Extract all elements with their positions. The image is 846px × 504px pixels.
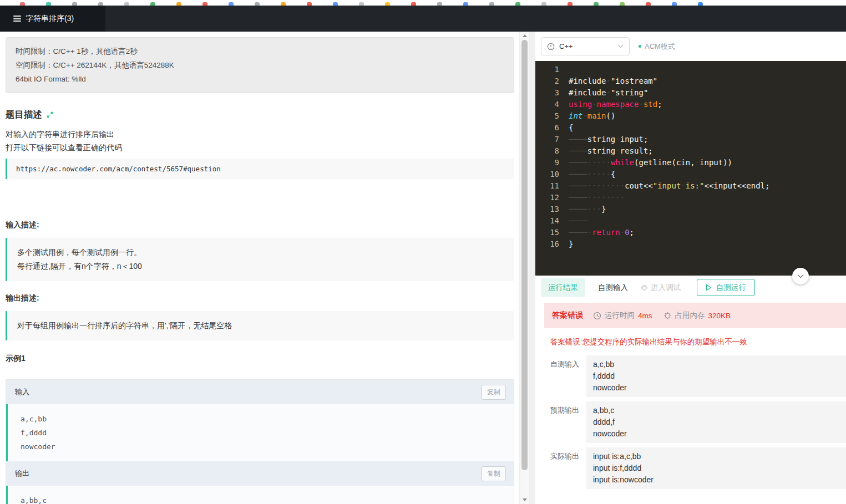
code-editor[interactable]: 12#include·"iostream"3#include·"string"4… (535, 61, 846, 276)
description-heading: 题目描述 (6, 109, 514, 121)
result-row-value: a,c,bb f,dddd nowcoder (586, 355, 846, 397)
problem-tab-label: 字符串排序(3) (26, 14, 74, 24)
example-title: 示例1 (6, 354, 514, 364)
line-number: 15 (535, 227, 564, 238)
line-number: 9 (535, 157, 564, 169)
result-row-label: 预期输出 (544, 401, 586, 443)
line-number: 5 (535, 110, 564, 122)
line-number: 4 (535, 99, 564, 110)
memory-gear-icon (663, 312, 672, 320)
acm-mode-label: ACM模式 (645, 42, 675, 52)
self-test-run-button[interactable]: 自测运行 (697, 279, 755, 296)
code-line: 2#include·"iostream" (535, 75, 846, 87)
line-number: 10 (535, 169, 564, 180)
limits-box: 时间限制：C/C++ 1秒，其他语言2秒 空间限制：C/C++ 262144K，… (6, 37, 514, 93)
chevron-down-icon (617, 44, 624, 48)
code-line: 8────string·result; (535, 145, 846, 157)
code-line: 1 (535, 64, 846, 75)
example-block: 输入 复制 a,c,bb f,dddd nowcoder 输出 复制 a,bb,… (6, 379, 514, 504)
description-text: 对输入的字符串进行排序后输出 打开以下链接可以查看正确的代码 (6, 128, 514, 154)
runtime-stat: 运行时间 4ms (593, 310, 652, 320)
tab-self-test-input[interactable]: 自测输入 (598, 283, 628, 293)
memory-stat: 占用内存 320KB (663, 310, 731, 320)
sample-input-header: 输入 复制 (6, 380, 514, 404)
result-row-value: a,bb,c dddd,f nowcoder (586, 401, 846, 443)
line-number: 16 (535, 238, 564, 250)
scroll-up-arrow[interactable] (520, 32, 529, 40)
code-line: 5int·main() (535, 110, 846, 122)
sample-output-label: 输出 (15, 469, 29, 478)
editor-panel: C++ ACM模式 12#include·"iostream"3#include… (535, 32, 846, 504)
verdict-bar: 答案错误 运行时间 4ms 占用内存 320KB (544, 303, 846, 328)
sample-output-content: a,bb,c dddd,f (6, 486, 514, 504)
problem-scrollbar[interactable] (520, 32, 529, 504)
answer-link-block: https://ac.nowcoder.com/acm/contest/5657… (6, 159, 514, 179)
result-row: 自测输入a,c,bb f,dddd nowcoder (544, 355, 846, 397)
line-number: 7 (535, 134, 564, 145)
sample-input-label: 输入 (15, 387, 29, 397)
error-message: 答案错误:您提交程序的实际输出结果与你的期望输出不一致 (550, 337, 747, 347)
problem-tab[interactable]: 字符串排序(3) (0, 6, 105, 32)
line-number: 8 (535, 145, 564, 157)
clock-icon (593, 312, 601, 320)
sample-input-content: a,c,bb f,dddd nowcoder (6, 404, 514, 461)
line-number: 14 (535, 215, 564, 227)
code-line: 4using·namespace·std; (535, 99, 846, 110)
line-number: 3 (535, 87, 564, 99)
result-row: 实际输出input is:a,c,bb input is:f,dddd inpu… (544, 447, 846, 489)
description-title: 题目描述 (6, 109, 42, 121)
language-icon (547, 43, 555, 50)
line-number: 11 (535, 180, 564, 192)
output-desc-title: 输出描述: (6, 293, 514, 303)
code-line: 11────········cout<<"input·is:"<<input<<… (535, 180, 846, 192)
copy-output-button[interactable]: 复制 (482, 466, 506, 481)
browser-favicon-strip (0, 0, 846, 6)
code-line: 9────·····while(getline(cin,·input)) (535, 157, 846, 169)
copy-input-button[interactable]: 复制 (482, 385, 506, 400)
result-row-label: 自测输入 (544, 355, 586, 397)
code-line: 14──── (535, 215, 846, 227)
code-line: 3#include·"string" (535, 87, 846, 99)
bug-icon (641, 284, 648, 291)
code-line: 10────·····{ (535, 169, 846, 180)
result-rows: 自测输入a,c,bb f,dddd nowcoder预期输出a,bb,c ddd… (544, 355, 846, 493)
language-value: C++ (559, 42, 613, 50)
code-line: 13────···} (535, 203, 846, 215)
list-icon (13, 16, 21, 22)
line-number: 6 (535, 122, 564, 134)
code-line: 12────········ (535, 192, 846, 203)
line-number: 1 (535, 64, 564, 75)
workspace-topbar: 字符串排序(3) (0, 6, 846, 32)
collapse-results-button[interactable] (792, 268, 809, 284)
output-desc-text: 对于每组用例输出一行排序后的字符串，用','隔开，无结尾空格 (6, 311, 514, 340)
scrollbar-thumb[interactable] (521, 40, 528, 470)
code-line: 15────·return·0; (535, 227, 846, 238)
result-row-label: 实际输出 (544, 447, 586, 489)
verdict-text: 答案错误 (552, 310, 583, 320)
code-line: 16} (535, 238, 846, 250)
tab-run-result[interactable]: 运行结果 (541, 278, 585, 297)
scroll-down-arrow[interactable] (520, 496, 529, 504)
result-row-value: input is:a,c,bb input is:f,dddd input is… (586, 447, 846, 489)
line-number: 2 (535, 75, 564, 87)
language-select[interactable]: C++ (541, 37, 630, 55)
problem-panel: 时间限制：C/C++ 1秒，其他语言2秒 空间限制：C/C++ 262144K，… (0, 32, 519, 504)
result-row: 预期输出a,bb,c dddd,f nowcoder (544, 401, 846, 443)
code-line: 7────string·input; (535, 134, 846, 145)
acm-mode: ACM模式 (639, 37, 675, 55)
play-icon (706, 284, 712, 291)
code-line: 6{ (535, 122, 846, 134)
sample-output-header: 输出 复制 (6, 461, 514, 486)
expand-icon[interactable] (46, 111, 54, 119)
input-desc-text: 多个测试用例，每个测试用例一行。 每行通过,隔开，有n个字符，n＜100 (6, 238, 514, 281)
line-number: 12 (535, 192, 564, 203)
input-desc-title: 输入描述: (6, 220, 514, 230)
tab-enter-debug[interactable]: 进入调试 (641, 283, 681, 293)
line-number: 13 (535, 203, 564, 215)
acm-mode-dot-icon (639, 45, 641, 48)
